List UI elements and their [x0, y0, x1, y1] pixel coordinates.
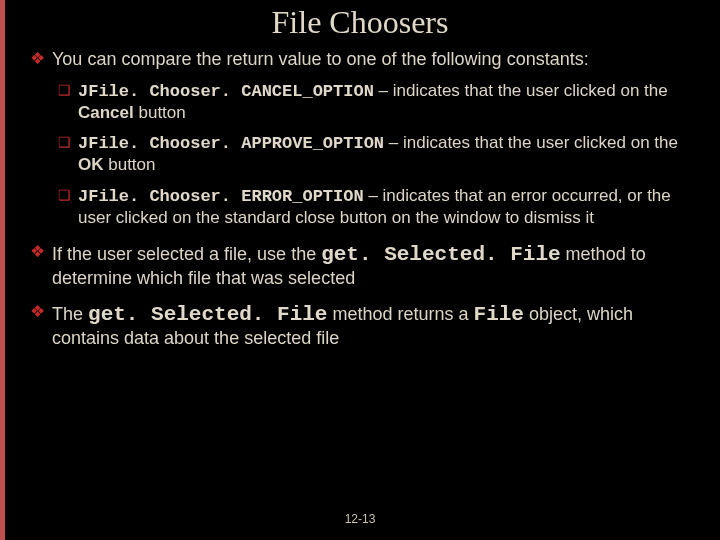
- bullet-returns-file: ❖ The get. Selected. File method returns…: [30, 302, 692, 350]
- text-segment: – indicates that the user clicked on the: [374, 81, 668, 100]
- slide-number: 12-13: [0, 512, 720, 526]
- diamond-bullet-icon: ❖: [30, 49, 52, 71]
- bullet-text: If the user selected a file, use the get…: [52, 242, 692, 290]
- bold-ok: OK: [78, 155, 104, 174]
- sub-bullet-cancel-option: ❑ JFile. Chooser. CANCEL_OPTION – indica…: [58, 81, 692, 123]
- code-cancel-option: JFile. Chooser. CANCEL_OPTION: [78, 82, 374, 101]
- code-getselectedfile: get. Selected. File: [321, 243, 560, 266]
- slide-content: ❖ You can compare the return value to on…: [0, 49, 720, 349]
- sub-bullet-approve-option: ❑ JFile. Chooser. APPROVE_OPTION – indic…: [58, 133, 692, 175]
- code-file: File: [474, 303, 524, 326]
- bold-cancel: Cancel: [78, 103, 134, 122]
- text-segment: If the user selected a file, use the: [52, 244, 321, 264]
- diamond-bullet-icon: ❖: [30, 242, 52, 290]
- bullet-text: You can compare the return value to one …: [52, 49, 692, 71]
- text-segment: – indicates that the user clicked on the: [384, 133, 678, 152]
- square-bullet-icon: ❑: [58, 133, 78, 175]
- text-segment: The: [52, 304, 88, 324]
- bullet-text: The get. Selected. File method returns a…: [52, 302, 692, 350]
- bullet-compare-return: ❖ You can compare the return value to on…: [30, 49, 692, 71]
- text-segment: method returns a: [327, 304, 473, 324]
- square-bullet-icon: ❑: [58, 186, 78, 228]
- sub-bullet-error-option: ❑ JFile. Chooser. ERROR_OPTION – indicat…: [58, 186, 692, 228]
- diamond-bullet-icon: ❖: [30, 302, 52, 350]
- bullet-text: JFile. Chooser. APPROVE_OPTION – indicat…: [78, 133, 692, 175]
- code-getselectedfile: get. Selected. File: [88, 303, 327, 326]
- slide-title: File Choosers: [0, 4, 720, 41]
- code-approve-option: JFile. Chooser. APPROVE_OPTION: [78, 134, 384, 153]
- left-accent-bar: [0, 0, 5, 540]
- bullet-text: JFile. Chooser. ERROR_OPTION – indicates…: [78, 186, 692, 228]
- bullet-getselectedfile: ❖ If the user selected a file, use the g…: [30, 242, 692, 290]
- code-error-option: JFile. Chooser. ERROR_OPTION: [78, 187, 364, 206]
- text-segment: button: [104, 155, 156, 174]
- bullet-text: JFile. Chooser. CANCEL_OPTION – indicate…: [78, 81, 692, 123]
- square-bullet-icon: ❑: [58, 81, 78, 123]
- text-segment: button: [134, 103, 186, 122]
